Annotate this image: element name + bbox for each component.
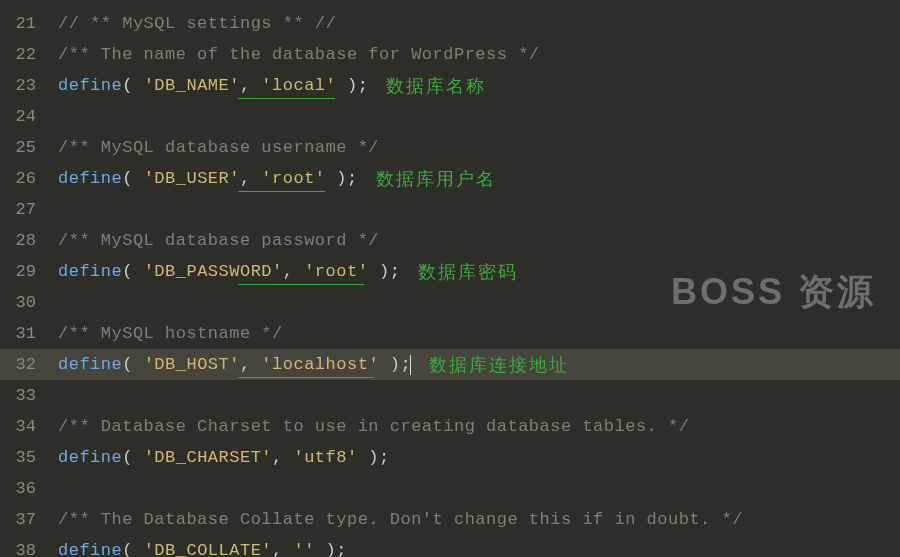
code-line[interactable]: 36	[0, 473, 900, 504]
code-content[interactable]: define( 'DB_USER', 'root' );	[58, 169, 358, 188]
code-content[interactable]: /** The name of the database for WordPre…	[58, 45, 540, 64]
line-number: 22	[0, 45, 58, 64]
code-line[interactable]: 27	[0, 194, 900, 225]
line-number: 30	[0, 293, 58, 312]
code-line[interactable]: 33	[0, 380, 900, 411]
line-number: 32	[0, 355, 58, 374]
code-content[interactable]: /** MySQL database password */	[58, 231, 379, 250]
annotation-label: 数据库密码	[418, 260, 518, 284]
code-line[interactable]: 31/** MySQL hostname */	[0, 318, 900, 349]
code-line[interactable]: 38define( 'DB_COLLATE', '' );	[0, 535, 900, 557]
code-line[interactable]: 24	[0, 101, 900, 132]
code-line[interactable]: 22/** The name of the database for WordP…	[0, 39, 900, 70]
annotation-label: 数据库连接地址	[429, 353, 569, 377]
underline-decoration	[238, 284, 364, 285]
watermark-text: BOSS 资源	[671, 268, 876, 317]
line-number: 28	[0, 231, 58, 250]
code-line[interactable]: 26define( 'DB_USER', 'root' );数据库用户名	[0, 163, 900, 194]
code-line[interactable]: 21// ** MySQL settings ** //	[0, 8, 900, 39]
line-number: 27	[0, 200, 58, 219]
underline-decoration	[238, 98, 335, 99]
line-number: 23	[0, 76, 58, 95]
code-line[interactable]: 37/** The Database Collate type. Don't c…	[0, 504, 900, 535]
code-line[interactable]: 28/** MySQL database password */	[0, 225, 900, 256]
code-content[interactable]: /** Database Charset to use in creating …	[58, 417, 689, 436]
line-number: 37	[0, 510, 58, 529]
line-number: 36	[0, 479, 58, 498]
line-number: 24	[0, 107, 58, 126]
underline-decoration	[238, 191, 325, 192]
line-number: 35	[0, 448, 58, 467]
code-content[interactable]: /** The Database Collate type. Don't cha…	[58, 510, 743, 529]
code-content[interactable]: /** MySQL database username */	[58, 138, 379, 157]
line-number: 29	[0, 262, 58, 281]
code-content[interactable]: define( 'DB_CHARSET', 'utf8' );	[58, 448, 390, 467]
line-number: 38	[0, 541, 58, 557]
line-number: 25	[0, 138, 58, 157]
code-content[interactable]: define( 'DB_NAME', 'local' );	[58, 76, 368, 95]
code-line[interactable]: 32define( 'DB_HOST', 'localhost' );数据库连接…	[0, 349, 900, 380]
code-content[interactable]: // ** MySQL settings ** //	[58, 14, 336, 33]
line-number: 34	[0, 417, 58, 436]
annotation-label: 数据库用户名	[376, 167, 496, 191]
code-content[interactable]: /** MySQL hostname */	[58, 324, 283, 343]
code-line[interactable]: 35define( 'DB_CHARSET', 'utf8' );	[0, 442, 900, 473]
line-number: 31	[0, 324, 58, 343]
code-content[interactable]: define( 'DB_COLLATE', '' );	[58, 541, 347, 557]
code-line[interactable]: 23define( 'DB_NAME', 'local' );数据库名称	[0, 70, 900, 101]
code-line[interactable]: 34/** Database Charset to use in creatin…	[0, 411, 900, 442]
line-number: 26	[0, 169, 58, 188]
line-number: 21	[0, 14, 58, 33]
text-cursor	[410, 355, 411, 375]
code-line[interactable]: 25/** MySQL database username */	[0, 132, 900, 163]
code-content[interactable]: define( 'DB_PASSWORD', 'root' );	[58, 262, 400, 281]
annotation-label: 数据库名称	[386, 74, 486, 98]
line-number: 33	[0, 386, 58, 405]
underline-decoration	[238, 377, 374, 378]
code-content[interactable]: define( 'DB_HOST', 'localhost' );	[58, 355, 411, 375]
